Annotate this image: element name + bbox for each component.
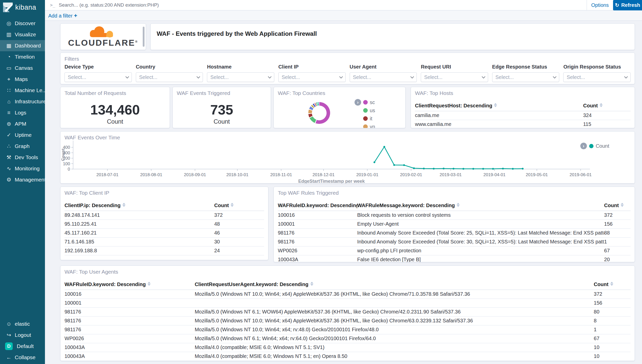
sidebar-item-logout[interactable]: ↪Logout: [0, 329, 45, 341]
sidebar-item-timelion[interactable]: ◔Timelion: [0, 51, 45, 62]
svg-text:2018-12-01: 2018-12-01: [313, 172, 335, 177]
table-cell: 324: [583, 111, 631, 120]
sidebar-item-machine-learning[interactable]: ∷Machine Le...: [0, 85, 45, 96]
legend-label: sc: [370, 100, 375, 105]
column-label: Count: [214, 203, 229, 208]
sidebar-item-uptime[interactable]: ✓Uptime: [0, 129, 45, 141]
dev-tools-icon: ⚒: [5, 154, 13, 160]
sidebar-item-label: Dev Tools: [15, 154, 38, 160]
svg-text:2018-11-01: 2018-11-01: [270, 172, 292, 177]
sidebar-item-dev-tools[interactable]: ⚒Dev Tools: [0, 152, 45, 163]
sidebar-item-visualize[interactable]: ▥Visualize: [0, 29, 45, 40]
sidebar-item-apm[interactable]: ⊚APM: [0, 118, 45, 129]
table-cell: 115: [583, 120, 631, 128]
column-header-0[interactable]: ClientIP.ip: Descending: [65, 202, 214, 211]
legend-expand-icon[interactable]: ›: [580, 143, 587, 149]
top-client-ip-panel: WAF: Top Client IP ClientIP.ip: Descendi…: [60, 187, 268, 260]
panel-scrollbar[interactable]: [143, 27, 145, 47]
sidebar-nav: ◎Discover▥Visualize▦Dashboard◔Timelion▭C…: [0, 15, 45, 185]
sidebar-item-discover[interactable]: ◎Discover: [0, 18, 45, 29]
sidebar-item-dashboard[interactable]: ▦Dashboard: [0, 40, 45, 51]
table-cell: WP0026: [65, 334, 195, 343]
filter-fields: Device TypeSelect...CountrySelect...Host…: [60, 62, 635, 82]
origin-response-status-select[interactable]: Select...: [563, 72, 631, 82]
client-ip-select[interactable]: Select...: [278, 72, 346, 82]
table-row: 45.117.160.2146: [65, 229, 264, 238]
sidebar-item-logs[interactable]: ≡Logs: [0, 107, 45, 118]
sidebar-item-label: Logs: [15, 110, 26, 116]
country-select[interactable]: Select...: [136, 72, 203, 82]
table-cell: WP0026: [278, 246, 357, 255]
sidebar-item-user[interactable]: ☺elastic: [0, 318, 45, 329]
visualize-icon: ▥: [5, 31, 13, 38]
refresh-button[interactable]: ↻ Refresh: [613, 0, 642, 10]
sidebar-item-collapse[interactable]: ←Collapse: [0, 352, 45, 363]
request-uri-select[interactable]: Select...: [421, 72, 488, 82]
sort-icon: [310, 282, 313, 286]
cloudflare-cloud-icon: [84, 25, 122, 38]
svg-text:0: 0: [68, 167, 70, 172]
table-cell: 372: [594, 290, 631, 299]
sidebar-item-monitoring[interactable]: ∿Monitoring: [0, 163, 45, 174]
table-row: 100016Mozilla/5.0 (Windows NT 10.0; Win6…: [65, 290, 631, 299]
column-header-0[interactable]: WAFRuleID.keyword: Descending: [65, 280, 195, 290]
column-header-0[interactable]: WAFRuleID.keyword: Descending: [278, 202, 357, 211]
waf-events-panel: WAF Events Triggered 735 Count: [172, 87, 271, 128]
logs-icon: ≡: [5, 110, 13, 116]
table-cell: 24: [214, 246, 264, 255]
refresh-icon: ↻: [615, 2, 619, 8]
sidebar-item-graph[interactable]: ∴Graph: [0, 141, 45, 152]
edge-response-status-select[interactable]: Select...: [492, 72, 559, 82]
table-row: 981176Inbound Anomaly Score Exceeded (To…: [278, 229, 631, 238]
table-cell: 372: [214, 211, 264, 220]
legend-dot: [363, 100, 368, 105]
select-placeholder: Select...: [567, 74, 585, 80]
sort-icon: [494, 103, 497, 107]
uptime-icon: ✓: [5, 132, 13, 138]
table-cell: 10: [594, 352, 631, 361]
sidebar-item-maps[interactable]: ⌖Maps: [0, 74, 45, 85]
hostname-select[interactable]: Select...: [207, 72, 274, 82]
sidebar-item-space-default[interactable]: DDefault: [0, 341, 45, 352]
legend-expand-icon[interactable]: ›: [355, 99, 361, 106]
table-cell: False IE6 detection [Type B]: [357, 255, 604, 262]
legend-dot: [589, 144, 593, 148]
column-label: ClientRequestUserAgent.keyword: Descendi…: [195, 282, 309, 287]
filter-label: Country: [136, 64, 203, 70]
sidebar-item-infrastructure[interactable]: ⌂Infrastructure: [0, 96, 45, 107]
cloudflare-logo: CLOUDFLARE®: [60, 24, 146, 48]
sidebar-item-label: Canvas: [15, 65, 33, 71]
svg-text:EdgeStartTimestamp per week: EdgeStartTimestamp per week: [298, 179, 365, 184]
svg-text:2018-09-01: 2018-09-01: [184, 172, 206, 177]
column-header-0[interactable]: ClientRequestHost: Descending: [415, 102, 583, 111]
chevron-down-icon: [482, 75, 485, 78]
legend-item-sc[interactable]: sc: [363, 98, 375, 106]
filter-hostname: HostnameSelect...: [207, 64, 274, 82]
legend-item-us[interactable]: us: [363, 106, 375, 114]
column-header-1[interactable]: WAFRuleMessage.keyword: Descending: [357, 202, 604, 211]
column-header-1[interactable]: Count: [583, 102, 631, 111]
user-agent-select[interactable]: Select...: [350, 72, 417, 82]
device-type-select[interactable]: Select...: [65, 72, 132, 82]
column-label: WAFRuleID.keyword: Descending: [65, 282, 146, 287]
options-button[interactable]: Options: [587, 0, 613, 10]
sidebar-item-canvas[interactable]: ▭Canvas: [0, 62, 45, 74]
search-input[interactable]: [59, 2, 587, 8]
column-header-1[interactable]: Count: [214, 202, 264, 211]
chevron-down-icon: [553, 75, 556, 78]
legend-item-vn[interactable]: vn: [363, 123, 375, 128]
top-countries-panel: WAF: Top Countries › scusitvn: [274, 87, 406, 128]
kibana-logo[interactable]: kibana: [0, 0, 45, 15]
logout-icon: ↪: [5, 332, 13, 338]
countries-donut-chart[interactable]: [308, 102, 330, 124]
table-cell: 10: [594, 343, 631, 352]
sidebar-item-management[interactable]: ⚙Management: [0, 174, 45, 185]
legend-item-it[interactable]: it: [363, 114, 375, 123]
sidebar-item-label: Graph: [15, 143, 29, 149]
column-header-2[interactable]: Count: [604, 202, 631, 211]
chart-legend[interactable]: › Count: [580, 143, 609, 149]
add-filter-button[interactable]: Add a filter +: [48, 12, 77, 19]
table-cell: 372: [604, 211, 631, 220]
column-header-2[interactable]: Count: [594, 280, 631, 290]
column-header-1[interactable]: ClientRequestUserAgent.keyword: Descendi…: [195, 280, 594, 290]
